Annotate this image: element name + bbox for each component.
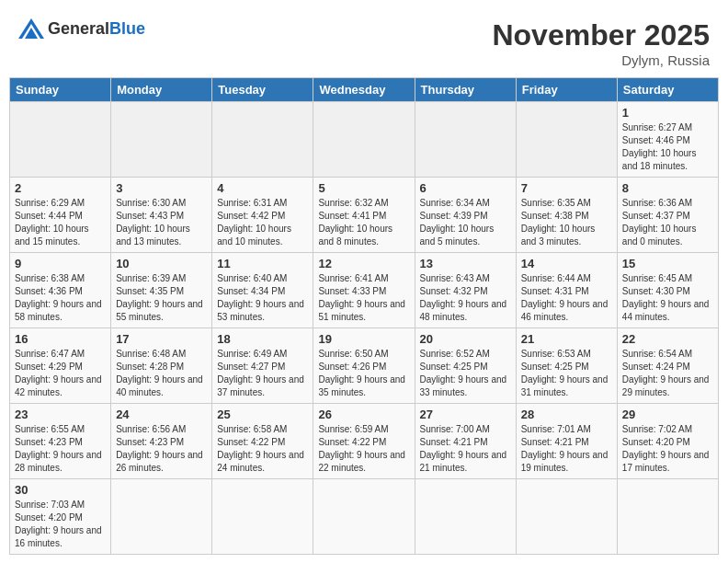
day-number: 15 [622, 257, 713, 270]
day-number: 1 [622, 106, 713, 120]
weekday-header-friday: Friday [516, 78, 617, 102]
calendar-cell: 17Sunrise: 6:48 AM Sunset: 4:28 PM Dayli… [111, 328, 212, 404]
day-info: Sunrise: 6:38 AM Sunset: 4:36 PM Dayligh… [15, 272, 106, 324]
day-info: Sunrise: 6:53 AM Sunset: 4:25 PM Dayligh… [521, 348, 612, 399]
weekday-header-wednesday: Wednesday [313, 78, 415, 102]
day-info: Sunrise: 6:59 AM Sunset: 4:22 PM Dayligh… [318, 423, 409, 475]
day-number: 2 [15, 181, 106, 195]
calendar-cell: 6Sunrise: 6:34 AM Sunset: 4:39 PM Daylig… [415, 178, 516, 253]
calendar-cell: 8Sunrise: 6:36 AM Sunset: 4:37 PM Daylig… [617, 178, 718, 253]
day-number: 21 [521, 332, 612, 346]
day-number: 24 [116, 408, 207, 421]
weekday-header-row: SundayMondayTuesdayWednesdayThursdayFrid… [10, 78, 719, 102]
day-number: 28 [521, 408, 612, 421]
calendar-cell: 13Sunrise: 6:43 AM Sunset: 4:32 PM Dayli… [415, 253, 516, 328]
weekday-header-monday: Monday [111, 78, 212, 102]
day-number: 27 [420, 408, 511, 421]
calendar-cell: 29Sunrise: 7:02 AM Sunset: 4:20 PM Dayli… [617, 404, 718, 479]
calendar-cell [516, 479, 617, 555]
day-info: Sunrise: 6:50 AM Sunset: 4:26 PM Dayligh… [318, 348, 409, 399]
day-number: 19 [318, 332, 409, 346]
day-info: Sunrise: 6:40 AM Sunset: 4:34 PM Dayligh… [217, 272, 308, 324]
day-number: 18 [217, 332, 308, 346]
day-info: Sunrise: 6:31 AM Sunset: 4:42 PM Dayligh… [217, 197, 308, 248]
calendar-week-5: 23Sunrise: 6:55 AM Sunset: 4:23 PM Dayli… [10, 404, 719, 479]
day-info: Sunrise: 7:01 AM Sunset: 4:21 PM Dayligh… [521, 423, 612, 475]
calendar-cell: 25Sunrise: 6:58 AM Sunset: 4:22 PM Dayli… [212, 404, 313, 479]
calendar-cell: 16Sunrise: 6:47 AM Sunset: 4:29 PM Dayli… [10, 328, 111, 404]
day-number: 26 [318, 408, 409, 421]
calendar-cell: 9Sunrise: 6:38 AM Sunset: 4:36 PM Daylig… [10, 253, 111, 328]
weekday-header-tuesday: Tuesday [212, 78, 313, 102]
day-number: 23 [15, 408, 106, 421]
day-info: Sunrise: 6:47 AM Sunset: 4:29 PM Dayligh… [15, 348, 106, 399]
day-number: 14 [521, 257, 612, 270]
calendar-cell: 18Sunrise: 6:49 AM Sunset: 4:27 PM Dayli… [212, 328, 313, 404]
calendar-cell [617, 479, 718, 555]
day-number: 9 [15, 257, 106, 270]
title-area: November 2025 Dylym, Russia [492, 18, 710, 68]
calendar-cell: 3Sunrise: 6:30 AM Sunset: 4:43 PM Daylig… [111, 178, 212, 253]
day-number: 3 [116, 181, 207, 195]
day-info: Sunrise: 6:49 AM Sunset: 4:27 PM Dayligh… [217, 348, 308, 399]
day-info: Sunrise: 6:34 AM Sunset: 4:39 PM Dayligh… [420, 197, 511, 248]
day-info: Sunrise: 6:39 AM Sunset: 4:35 PM Dayligh… [116, 272, 207, 324]
day-info: Sunrise: 6:29 AM Sunset: 4:44 PM Dayligh… [15, 197, 106, 248]
day-number: 7 [521, 181, 612, 195]
day-number: 10 [116, 257, 207, 270]
day-number: 12 [318, 257, 409, 270]
calendar: SundayMondayTuesdayWednesdayThursdayFrid… [9, 77, 719, 555]
day-number: 4 [217, 181, 308, 195]
calendar-cell: 24Sunrise: 6:56 AM Sunset: 4:23 PM Dayli… [111, 404, 212, 479]
calendar-cell: 11Sunrise: 6:40 AM Sunset: 4:34 PM Dayli… [212, 253, 313, 328]
calendar-cell: 22Sunrise: 6:54 AM Sunset: 4:24 PM Dayli… [617, 328, 718, 404]
day-number: 5 [318, 181, 409, 195]
calendar-cell: 15Sunrise: 6:45 AM Sunset: 4:30 PM Dayli… [617, 253, 718, 328]
calendar-cell [313, 102, 415, 178]
calendar-cell: 4Sunrise: 6:31 AM Sunset: 4:42 PM Daylig… [212, 178, 313, 253]
day-number: 17 [116, 332, 207, 346]
calendar-cell [313, 479, 415, 555]
day-info: Sunrise: 6:35 AM Sunset: 4:38 PM Dayligh… [521, 197, 612, 248]
day-info: Sunrise: 6:45 AM Sunset: 4:30 PM Dayligh… [622, 272, 713, 324]
calendar-week-6: 30Sunrise: 7:03 AM Sunset: 4:20 PM Dayli… [10, 479, 719, 555]
calendar-cell [111, 102, 212, 178]
calendar-cell: 1Sunrise: 6:27 AM Sunset: 4:46 PM Daylig… [617, 102, 718, 178]
day-number: 6 [420, 181, 511, 195]
day-info: Sunrise: 6:32 AM Sunset: 4:41 PM Dayligh… [318, 197, 409, 248]
weekday-header-thursday: Thursday [415, 78, 516, 102]
calendar-week-1: 1Sunrise: 6:27 AM Sunset: 4:46 PM Daylig… [10, 102, 719, 178]
day-number: 25 [217, 408, 308, 421]
calendar-cell: 7Sunrise: 6:35 AM Sunset: 4:38 PM Daylig… [516, 178, 617, 253]
day-info: Sunrise: 6:58 AM Sunset: 4:22 PM Dayligh… [217, 423, 308, 475]
calendar-cell: 30Sunrise: 7:03 AM Sunset: 4:20 PM Dayli… [10, 479, 111, 555]
calendar-cell: 5Sunrise: 6:32 AM Sunset: 4:41 PM Daylig… [313, 178, 415, 253]
header: GeneralBlue November 2025 Dylym, Russia [9, 9, 719, 73]
calendar-cell: 23Sunrise: 6:55 AM Sunset: 4:23 PM Dayli… [10, 404, 111, 479]
day-info: Sunrise: 6:48 AM Sunset: 4:28 PM Dayligh… [116, 348, 207, 399]
calendar-cell [415, 102, 516, 178]
weekday-header-sunday: Sunday [10, 78, 111, 102]
calendar-cell: 19Sunrise: 6:50 AM Sunset: 4:26 PM Dayli… [313, 328, 415, 404]
day-info: Sunrise: 6:54 AM Sunset: 4:24 PM Dayligh… [622, 348, 713, 399]
logo-icon [18, 18, 44, 39]
calendar-cell [516, 102, 617, 178]
day-info: Sunrise: 6:41 AM Sunset: 4:33 PM Dayligh… [318, 272, 409, 324]
calendar-cell [111, 479, 212, 555]
calendar-week-4: 16Sunrise: 6:47 AM Sunset: 4:29 PM Dayli… [10, 328, 719, 404]
calendar-cell: 12Sunrise: 6:41 AM Sunset: 4:33 PM Dayli… [313, 253, 415, 328]
day-info: Sunrise: 6:36 AM Sunset: 4:37 PM Dayligh… [622, 197, 713, 248]
day-number: 20 [420, 332, 511, 346]
day-info: Sunrise: 6:52 AM Sunset: 4:25 PM Dayligh… [420, 348, 511, 399]
day-info: Sunrise: 7:02 AM Sunset: 4:20 PM Dayligh… [622, 423, 713, 475]
day-info: Sunrise: 6:56 AM Sunset: 4:23 PM Dayligh… [116, 423, 207, 475]
calendar-week-3: 9Sunrise: 6:38 AM Sunset: 4:36 PM Daylig… [10, 253, 719, 328]
day-info: Sunrise: 6:30 AM Sunset: 4:43 PM Dayligh… [116, 197, 207, 248]
day-info: Sunrise: 7:03 AM Sunset: 4:20 PM Dayligh… [15, 499, 106, 550]
calendar-cell: 2Sunrise: 6:29 AM Sunset: 4:44 PM Daylig… [10, 178, 111, 253]
day-info: Sunrise: 6:43 AM Sunset: 4:32 PM Dayligh… [420, 272, 511, 324]
day-number: 22 [622, 332, 713, 346]
calendar-cell: 26Sunrise: 6:59 AM Sunset: 4:22 PM Dayli… [313, 404, 415, 479]
day-number: 13 [420, 257, 511, 270]
calendar-cell: 27Sunrise: 7:00 AM Sunset: 4:21 PM Dayli… [415, 404, 516, 479]
